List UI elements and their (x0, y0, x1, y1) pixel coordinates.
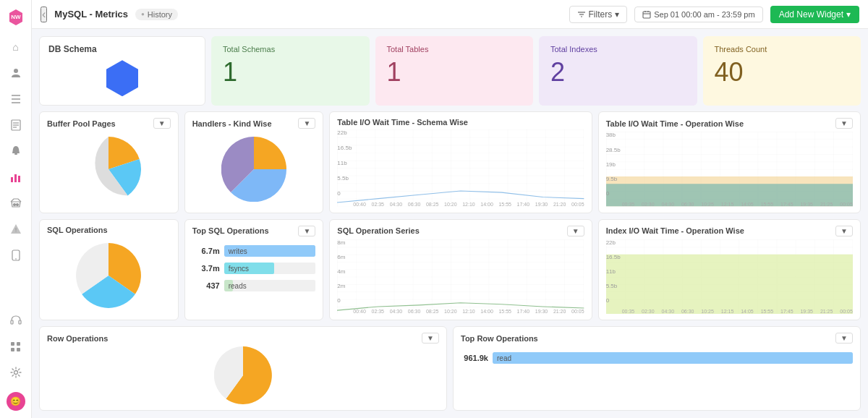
users-icon[interactable] (9, 67, 22, 80)
grid-icon[interactable] (9, 340, 22, 353)
index-io-filter[interactable]: ▼ (835, 226, 853, 236)
top-row-header: Top Row Operations ▼ (461, 333, 853, 344)
table-io-schema-card: Table I/O Wait Time - Schema Wise 22b1 (329, 111, 592, 213)
table-io-operation-body: 38b28.5b19b9.5b0 00:3502:3004:3006:3010:… (606, 132, 853, 206)
svg-rect-9 (14, 153, 17, 155)
file-icon[interactable] (9, 119, 22, 132)
sql-ops-body (47, 237, 171, 314)
svg-text:NW: NW (11, 14, 21, 20)
bar-fsyncs-value: 3.7m (192, 264, 220, 273)
bell-icon[interactable] (9, 145, 22, 158)
sql-series-header: SQL Operation Series ▼ (337, 226, 584, 236)
db-schema-card: DB Schema (39, 36, 205, 106)
top-sql-header: Top SQL Operations ▼ (192, 226, 316, 236)
index-io-body: 22b16.5b11b5.5b0 00:3502:3004:3006:3010:… (606, 239, 853, 314)
bar-item-writes: 6.7m writes (192, 245, 316, 257)
top-row-body: 961.9k read (461, 346, 853, 404)
history-badge[interactable]: History (135, 9, 178, 20)
user-avatar[interactable]: 😊 (7, 392, 25, 411)
headset-icon[interactable] (9, 314, 22, 327)
bar-list-sql: 6.7m writes 3.7m fsyncs (192, 242, 316, 300)
svg-point-25 (14, 371, 17, 375)
handlers-filter[interactable]: ▼ (298, 118, 315, 129)
device-icon[interactable] (9, 249, 22, 262)
buffer-pool-filter[interactable]: ▼ (153, 118, 171, 129)
svg-rect-22 (17, 342, 20, 346)
bar-list-row: 961.9k read (461, 349, 853, 372)
top-row-filter[interactable]: ▼ (835, 333, 853, 344)
sql-series-filter[interactable]: ▼ (567, 226, 584, 236)
date-range-button[interactable]: Sep 01 00:00 am - 23:59 pm (634, 7, 762, 22)
bar-read-fill (493, 352, 853, 364)
top-sql-filter[interactable]: ▼ (298, 226, 315, 236)
table-io-operation-card: Table I/O Wait Time - Operation Wise ▼ (598, 111, 861, 213)
index-io-title: Index I/O Wait Time - Operation Wise (606, 226, 744, 235)
buffer-pool-pages-card: Buffer Pool Pages ▼ (39, 111, 179, 213)
bar-item-reads: 437 reads (192, 280, 316, 291)
stat-card-tables: Total Tables 1 (375, 36, 534, 106)
buffer-pool-body (47, 132, 171, 206)
bar-reads-label: reads (229, 281, 247, 289)
settings-icon[interactable] (9, 366, 22, 379)
bar-writes-value: 6.7m (192, 247, 220, 255)
svg-rect-12 (18, 176, 20, 182)
home-icon[interactable]: ⌂ (9, 40, 22, 54)
svg-rect-21 (11, 342, 14, 346)
stat-indexes-label: Total Indexes (550, 45, 686, 54)
sql-operations-card: SQL Operations (39, 219, 179, 320)
bar-writes-label: writes (229, 247, 247, 255)
top-sql-operations-card: Top SQL Operations ▼ 6.7m writes (184, 219, 324, 320)
row-ops-title: Row Operations (47, 334, 108, 343)
bar-read-value: 961.9k (461, 354, 488, 362)
bar-writes-track: writes (224, 245, 316, 257)
top-row-operations-card: Top Row Operations ▼ 961.9k read (453, 326, 861, 411)
row-charts-4: Row Operations ▼ Top Row Operations ▼ (39, 326, 861, 411)
main-content: ‹ MySQL - Metrics History Filters ▾ Sep … (32, 0, 868, 418)
sql-series-title: SQL Operation Series (337, 226, 420, 235)
db-schema-title: DB Schema (48, 44, 97, 54)
bar-fsyncs-label: fsyncs (229, 264, 249, 272)
db-schema-hexagon (48, 59, 196, 98)
stat-indexes-value: 2 (550, 59, 686, 85)
add-widget-button[interactable]: Add New Widget ▾ (770, 6, 859, 23)
svg-point-1 (14, 69, 18, 73)
bar-read-track: read (493, 352, 853, 364)
shop-icon[interactable] (9, 197, 22, 210)
page-title: MySQL - Metrics (54, 9, 128, 20)
row-ops-filter[interactable]: ▼ (422, 333, 439, 344)
svg-point-14 (16, 204, 18, 206)
bar-item-read: 961.9k read (461, 352, 853, 364)
dashboard: DB Schema Total Schemas 1 Total Tables 1… (32, 29, 868, 418)
top-row-title: Top Row Operations (461, 334, 538, 343)
buffer-pool-header: Buffer Pool Pages ▼ (47, 118, 171, 129)
stat-card-indexes: Total Indexes 2 (539, 36, 697, 106)
stat-schemas-label: Total Schemas (223, 45, 358, 54)
svg-rect-33 (337, 129, 584, 206)
list-icon[interactable] (9, 93, 22, 106)
buffer-pool-title: Buffer Pool Pages (47, 119, 116, 128)
stat-schemas-value: 1 (223, 59, 358, 85)
row-charts-3: SQL Operations Top SQL Operations ▼ (39, 219, 861, 320)
stat-tables-value: 1 (387, 59, 522, 85)
app-logo[interactable]: NW (6, 7, 26, 27)
table-io-operation-header: Table I/O Wait Time - Operation Wise ▼ (606, 118, 853, 129)
back-button[interactable]: ‹ (41, 7, 47, 22)
bar-read-label: read (497, 354, 511, 362)
filters-button[interactable]: Filters ▾ (569, 6, 628, 23)
alert-icon[interactable] (9, 223, 22, 236)
table-io-schema-header: Table I/O Wait Time - Schema Wise (337, 118, 584, 127)
row-stats: DB Schema Total Schemas 1 Total Tables 1… (39, 36, 861, 106)
table-io-operation-filter[interactable]: ▼ (835, 118, 853, 129)
svg-rect-11 (14, 174, 17, 182)
sidebar: NW ⌂ 😊 (0, 0, 32, 418)
bar-item-fsyncs: 3.7m fsyncs (192, 263, 316, 274)
stat-card-schemas: Total Schemas 1 (211, 36, 370, 106)
top-sql-body: 6.7m writes 3.7m fsyncs (192, 239, 316, 314)
row-charts-2: Buffer Pool Pages ▼ Handlers - Kind Wise… (39, 111, 861, 213)
svg-point-13 (13, 204, 15, 206)
stat-threads-value: 40 (715, 59, 850, 85)
chart-icon[interactable] (9, 171, 22, 184)
row-operations-card: Row Operations ▼ (39, 326, 447, 411)
table-io-schema-body: 22b16.5b11b5.5b0 00:4002:3504:3006:3008:… (337, 129, 584, 206)
sql-ops-title: SQL Operations (47, 226, 108, 234)
